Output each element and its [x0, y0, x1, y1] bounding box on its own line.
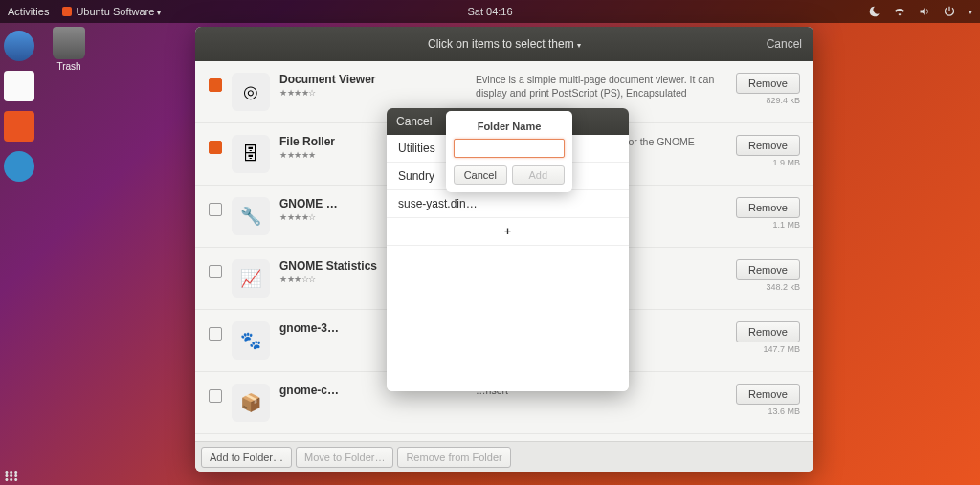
- folder-name-input[interactable]: [454, 139, 565, 158]
- app-checkbox[interactable]: [209, 203, 222, 216]
- power-icon: [944, 6, 955, 17]
- remove-button[interactable]: Remove: [736, 321, 800, 342]
- app-icon: ◎: [232, 73, 270, 111]
- network-icon: [894, 6, 905, 17]
- app-menu[interactable]: Ubuntu Software ▾: [62, 6, 161, 17]
- files-launcher[interactable]: [4, 71, 34, 101]
- remove-button[interactable]: Remove: [736, 135, 800, 156]
- clock[interactable]: Sat 04:16: [467, 6, 512, 17]
- firefox-launcher[interactable]: [4, 31, 34, 61]
- app-checkbox[interactable]: [209, 389, 222, 403]
- popover-title: Folder Name: [454, 121, 565, 132]
- app-size: 147.7 MB: [763, 344, 800, 354]
- software-launcher[interactable]: [4, 111, 34, 142]
- remove-from-folder-button[interactable]: Remove from Folder: [397, 447, 510, 468]
- app-checkbox[interactable]: [209, 327, 222, 341]
- app-checkbox[interactable]: [209, 78, 222, 92]
- folder-item[interactable]: suse-yast.din…: [387, 190, 629, 218]
- app-row[interactable]: 🔍gnome-l……d …the inf…Remove15.2 MB: [195, 434, 813, 441]
- app-size: 1.1 MB: [772, 220, 800, 230]
- dialog-cancel-button[interactable]: Cancel: [396, 115, 432, 128]
- night-icon: [869, 6, 880, 17]
- window-footer: Add to Folder… Move to Folder… Remove fr…: [195, 441, 813, 472]
- popover-add-button[interactable]: Add: [512, 165, 566, 185]
- folder-name-popover: Folder Name Cancel Add: [446, 111, 572, 192]
- trash-icon: [53, 27, 85, 59]
- app-size: 829.4 kB: [766, 96, 800, 105]
- header-cancel-button[interactable]: Cancel: [767, 37, 802, 51]
- activities-button[interactable]: Activities: [8, 6, 49, 17]
- app-size: 348.2 kB: [766, 282, 800, 292]
- dock: [0, 23, 38, 485]
- top-panel: Activities Ubuntu Software ▾ Sat 04:16 ▾: [0, 0, 980, 23]
- app-icon: 🐾: [232, 321, 270, 360]
- remove-button[interactable]: Remove: [736, 259, 800, 280]
- window-header: Click on items to select them ▾ Cancel: [195, 27, 813, 61]
- trash-desktop-icon[interactable]: Trash: [53, 27, 85, 72]
- popover-cancel-button[interactable]: Cancel: [454, 165, 507, 185]
- system-tray[interactable]: ▾: [869, 6, 972, 17]
- app-rating: ★★★★☆: [279, 88, 458, 98]
- trash-label: Trash: [56, 61, 80, 72]
- app-checkbox[interactable]: [209, 141, 222, 154]
- app-checkbox[interactable]: [209, 265, 222, 278]
- app-size: 13.6 MB: [768, 407, 800, 416]
- help-launcher[interactable]: [4, 151, 34, 182]
- remove-button[interactable]: Remove: [736, 197, 800, 218]
- remove-button[interactable]: Remove: [736, 73, 800, 94]
- add-folder-button[interactable]: +: [387, 218, 629, 246]
- add-to-folder-button[interactable]: Add to Folder…: [201, 447, 292, 468]
- remove-button[interactable]: Remove: [736, 384, 800, 405]
- app-icon: 📈: [232, 259, 270, 298]
- app-title: Document Viewer: [279, 73, 458, 86]
- volume-icon: [919, 6, 930, 17]
- show-apps-icon[interactable]: •••••••••: [5, 470, 19, 481]
- header-hint[interactable]: Click on items to select them ▾: [428, 37, 581, 51]
- app-icon: 🗄: [232, 135, 270, 173]
- app-description: Evince is a simple multi-page document v…: [476, 73, 726, 99]
- app-size: 1.9 MB: [772, 158, 800, 167]
- move-to-folder-button[interactable]: Move to Folder…: [296, 447, 393, 468]
- app-icon: 🔧: [232, 197, 270, 235]
- app-icon: 📦: [232, 384, 270, 422]
